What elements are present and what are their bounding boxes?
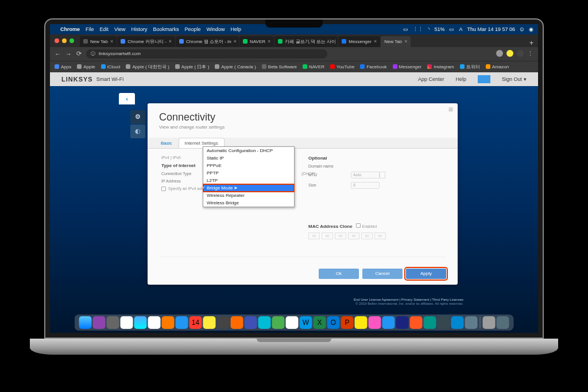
menubar-view[interactable]: View bbox=[114, 26, 125, 32]
dock-kakao[interactable] bbox=[355, 316, 368, 329]
dock-downloads[interactable] bbox=[483, 316, 496, 329]
dock-appstore2[interactable] bbox=[382, 316, 395, 329]
dock-outlook[interactable]: O bbox=[327, 316, 340, 329]
mac-octet-2[interactable]: 00 bbox=[322, 232, 333, 239]
mtu-select[interactable]: Auto bbox=[351, 172, 380, 178]
bookmark-apple-kr[interactable]: Apple ( 대한민국 ) bbox=[126, 64, 169, 70]
bookmark-instagram[interactable]: Instagram bbox=[427, 64, 454, 69]
bookmark-messenger[interactable]: Messenger bbox=[393, 64, 422, 69]
dock-facetime[interactable] bbox=[245, 316, 257, 329]
close-icon[interactable]: × bbox=[374, 38, 377, 44]
site-info-icon[interactable]: ⓘ bbox=[91, 51, 95, 57]
tab-chrome-community[interactable]: Chrome 커뮤니티 - × bbox=[117, 36, 175, 47]
dropdown-item-wireless-bridge[interactable]: Wireless Bridge bbox=[203, 199, 294, 207]
spotlight-icon[interactable]: ⊙ bbox=[520, 26, 524, 32]
dropdown-item-bridge-mode[interactable]: Bridge Mode➤ bbox=[203, 184, 294, 192]
dock-app3[interactable] bbox=[451, 316, 464, 329]
dropdown-item-l2tp[interactable]: L2TP bbox=[203, 177, 294, 184]
tab-new-tab-active[interactable]: New Tab× bbox=[381, 36, 411, 47]
extension-icon-3[interactable] bbox=[517, 50, 524, 57]
dock-calendar[interactable]: 14 bbox=[189, 316, 202, 329]
dock-maps[interactable] bbox=[272, 316, 285, 329]
bookmark-twitter[interactable]: 트위터 bbox=[460, 64, 480, 70]
close-icon[interactable]: × bbox=[404, 38, 407, 44]
forward-icon[interactable]: → bbox=[65, 51, 72, 57]
mac-octet-4[interactable]: 00 bbox=[348, 232, 359, 239]
bookmark-apple[interactable]: Apple bbox=[77, 64, 95, 69]
menubar-bookmarks[interactable]: Bookmarks bbox=[153, 26, 179, 32]
tab-messenger[interactable]: Messenger× bbox=[338, 36, 380, 47]
input-source-icon[interactable]: A bbox=[459, 26, 462, 32]
extension-icon-2[interactable] bbox=[506, 50, 513, 57]
dropdown-item-pppoe[interactable]: PPPoE bbox=[203, 162, 294, 169]
tab-new-tab-1[interactable]: New Tab× bbox=[80, 36, 117, 47]
mac-octet-6[interactable]: 00 bbox=[374, 232, 386, 239]
menubar-help[interactable]: Help bbox=[230, 26, 241, 32]
bookmark-facebook[interactable]: Facebook bbox=[360, 64, 386, 69]
bookmark-beta[interactable]: Beta Software bbox=[262, 64, 297, 69]
battery-icon[interactable]: ▭ bbox=[449, 26, 454, 32]
tab-chrome-webstore[interactable]: Chrome 웹 스토어 - In× bbox=[176, 36, 239, 47]
airplay-icon[interactable]: ▭ bbox=[403, 26, 408, 32]
menubar-edit[interactable]: Edit bbox=[100, 26, 109, 32]
dropdown-item-static[interactable]: Static IP bbox=[203, 154, 294, 162]
new-tab-button[interactable]: + bbox=[525, 39, 538, 47]
bookmark-icloud[interactable]: iCloud bbox=[101, 64, 121, 69]
menubar-app-name[interactable]: Chrome bbox=[60, 26, 80, 32]
dock-photos[interactable] bbox=[231, 316, 243, 329]
menubar-window[interactable]: Window bbox=[206, 26, 225, 32]
menubar-file[interactable]: File bbox=[86, 26, 94, 32]
mac-octet-5[interactable]: 00 bbox=[361, 232, 373, 239]
wifi-icon[interactable]: ⋮⋮ bbox=[413, 26, 423, 32]
cancel-button[interactable]: Cancel bbox=[362, 269, 403, 279]
close-icon[interactable]: × bbox=[268, 38, 270, 44]
bookmark-youtube[interactable]: YouTube bbox=[330, 64, 354, 69]
wifi-signal-icon[interactable]: ◝ bbox=[428, 26, 430, 32]
dock-notes[interactable] bbox=[203, 316, 216, 329]
bookmark-apple-jp[interactable]: Apple ( 日本 ) bbox=[175, 64, 209, 70]
dock-trash[interactable] bbox=[497, 316, 509, 329]
panel-close-icon[interactable]: ☒ bbox=[448, 107, 453, 112]
dropdown-item-wireless-repeater[interactable]: Wireless Repeater bbox=[203, 192, 294, 199]
dock-appstore[interactable] bbox=[121, 316, 133, 329]
dock-finder[interactable] bbox=[79, 316, 92, 329]
dock-safari[interactable] bbox=[134, 316, 147, 329]
dock-excel[interactable]: X bbox=[314, 316, 326, 329]
dock-siri[interactable] bbox=[93, 316, 106, 329]
close-icon[interactable]: × bbox=[169, 38, 172, 44]
siri-icon[interactable]: ◉ bbox=[529, 26, 533, 32]
mac-octet-1[interactable]: 00 bbox=[308, 232, 320, 239]
nav-help[interactable]: Help bbox=[455, 76, 466, 82]
ok-button[interactable]: Ok bbox=[319, 269, 359, 279]
extension-icon-1[interactable] bbox=[496, 50, 503, 57]
nav-app-center[interactable]: App Center bbox=[418, 76, 444, 82]
dock-firefox[interactable] bbox=[162, 316, 175, 329]
menubar-history[interactable]: History bbox=[131, 26, 147, 32]
window-zoom-button[interactable] bbox=[69, 38, 74, 43]
window-minimize-button[interactable] bbox=[62, 38, 67, 43]
dock-powerpoint[interactable]: P bbox=[341, 316, 354, 329]
connection-type-dropdown[interactable]: Automatic Configuration - DHCP Static IP… bbox=[203, 146, 295, 207]
apply-button[interactable]: Apply bbox=[406, 269, 446, 279]
dock-preferences[interactable] bbox=[107, 316, 119, 329]
tab-naver[interactable]: NAVER× bbox=[239, 36, 274, 47]
back-icon[interactable]: ← bbox=[55, 51, 61, 57]
dock-app4[interactable] bbox=[465, 316, 478, 329]
checkbox-icon[interactable] bbox=[161, 187, 166, 191]
dock-itunes[interactable] bbox=[369, 316, 381, 329]
mtu-stepper[interactable] bbox=[380, 172, 385, 178]
sidebar-item-wireless[interactable]: ◐ bbox=[130, 125, 145, 138]
mac-enabled-checkbox[interactable] bbox=[356, 223, 361, 228]
close-icon[interactable]: × bbox=[234, 38, 237, 44]
dock-app1[interactable] bbox=[424, 316, 436, 329]
dock-messages[interactable] bbox=[258, 316, 271, 329]
dock-chrome[interactable] bbox=[148, 316, 161, 329]
bookmark-amazon[interactable]: Amazon bbox=[486, 64, 509, 69]
dropdown-item-dhcp[interactable]: Automatic Configuration - DHCP bbox=[203, 147, 294, 154]
menubar-people[interactable]: People bbox=[184, 26, 200, 32]
battery-percent[interactable]: 51% bbox=[434, 26, 444, 32]
profile-icon[interactable]: ⋮ bbox=[527, 50, 533, 57]
bookmark-naver[interactable]: NAVER bbox=[303, 64, 324, 69]
size-input[interactable]: 0 bbox=[351, 182, 380, 189]
address-bar[interactable]: ⓘ linksyssmartwifi.com bbox=[86, 49, 327, 59]
